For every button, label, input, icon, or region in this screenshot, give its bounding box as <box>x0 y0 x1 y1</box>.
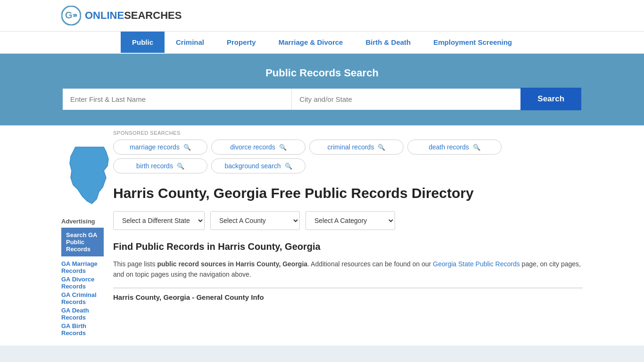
divider-title: Harris County, Georgia - General County … <box>113 293 583 301</box>
nav-criminal[interactable]: Criminal <box>165 32 215 53</box>
find-section: Find Public Records in Harris County, Ge… <box>113 241 583 280</box>
nav-public[interactable]: Public <box>121 32 165 53</box>
sidebar-link-criminal[interactable]: GA Criminal Records <box>61 291 104 305</box>
tag-divorce[interactable]: divorce records 🔍 <box>211 140 305 155</box>
sidebar-link-marriage[interactable]: GA Marriage Records <box>61 260 104 274</box>
tag-death-label: death records <box>429 143 469 151</box>
nav-birth-death[interactable]: Birth & Death <box>354 32 422 53</box>
sidebar-links: GA Marriage Records GA Divorce Records G… <box>61 260 104 337</box>
search-icon-2: 🔍 <box>378 144 385 151</box>
main-content: SPONSORED SEARCHES marriage records 🔍 di… <box>104 125 644 346</box>
find-title: Find Public Records in Harris County, Ge… <box>113 241 583 252</box>
tag-marriage[interactable]: marriage records 🔍 <box>113 140 207 155</box>
sidebar-link-death[interactable]: GA Death Records <box>61 307 104 321</box>
name-input[interactable] <box>63 89 292 110</box>
nav-property[interactable]: Property <box>215 32 267 53</box>
sidebar-ad-title: Advertising <box>61 218 104 225</box>
divider-section: Harris County, Georgia - General County … <box>113 288 583 301</box>
search-icon-1: 🔍 <box>279 144 287 151</box>
logo-icon: G <box>61 6 81 25</box>
sidebar-link-divorce[interactable]: GA Divorce Records <box>61 276 104 290</box>
search-icon-5: 🔍 <box>285 163 292 170</box>
main-container: Advertising Search GA Public Records GA … <box>0 125 644 346</box>
find-text-part2: . Additional resources can be found on o… <box>307 260 433 268</box>
county-dropdown[interactable]: Select A County <box>210 211 300 230</box>
sidebar-link-birth[interactable]: GA Birth Records <box>61 322 104 337</box>
page-title: Harris County, Georgia Free Public Recor… <box>113 185 583 202</box>
category-dropdown[interactable]: Select A Category <box>305 211 395 230</box>
search-icon-0: 🔍 <box>183 144 191 151</box>
tag-criminal-label: criminal records <box>328 143 374 151</box>
search-tags: marriage records 🔍 divorce records 🔍 cri… <box>113 140 583 173</box>
tag-birth[interactable]: birth records 🔍 <box>113 158 207 173</box>
find-text: This page lists public record sources in… <box>113 259 583 280</box>
state-dropdown[interactable]: Select a Different State <box>113 211 205 230</box>
location-input[interactable] <box>292 89 520 110</box>
search-button[interactable]: Search <box>520 88 581 110</box>
search-icon-3: 🔍 <box>473 144 480 151</box>
nav-employment[interactable]: Employment Screening <box>422 32 523 53</box>
header: G ONLINESEARCHES <box>0 0 644 32</box>
sidebar-ad-box[interactable]: Search GA Public Records <box>61 228 104 256</box>
georgia-state-link[interactable]: Georgia State Public Records <box>433 260 520 268</box>
logo: G ONLINESEARCHES <box>61 6 182 25</box>
hero-section: Public Records Search Search <box>0 54 644 125</box>
find-text-part1: This page lists <box>113 260 157 268</box>
logo-text: ONLINESEARCHES <box>85 9 182 22</box>
nav-marriage-divorce[interactable]: Marriage & Divorce <box>267 32 355 53</box>
sidebar: Advertising Search GA Public Records GA … <box>0 125 104 346</box>
tag-background-label: background search <box>224 162 281 170</box>
tag-criminal[interactable]: criminal records 🔍 <box>309 140 404 155</box>
tag-divorce-label: divorce records <box>230 143 275 151</box>
dropdowns-row: Select a Different State Select A County… <box>113 211 583 230</box>
search-icon-4: 🔍 <box>177 163 184 170</box>
svg-text:G: G <box>65 10 73 20</box>
sponsored-label: SPONSORED SEARCHES <box>113 130 583 136</box>
tag-birth-label: birth records <box>136 162 173 170</box>
main-nav: Public Criminal Property Marriage & Divo… <box>0 32 644 54</box>
state-map <box>61 142 104 210</box>
tag-marriage-label: marriage records <box>130 143 180 151</box>
tag-death[interactable]: death records 🔍 <box>407 140 502 155</box>
find-text-bold: public record sources in Harris County, … <box>157 260 307 268</box>
hero-title: Public Records Search <box>61 67 583 79</box>
search-bar: Search <box>63 88 581 110</box>
tag-background[interactable]: background search 🔍 <box>211 158 305 173</box>
